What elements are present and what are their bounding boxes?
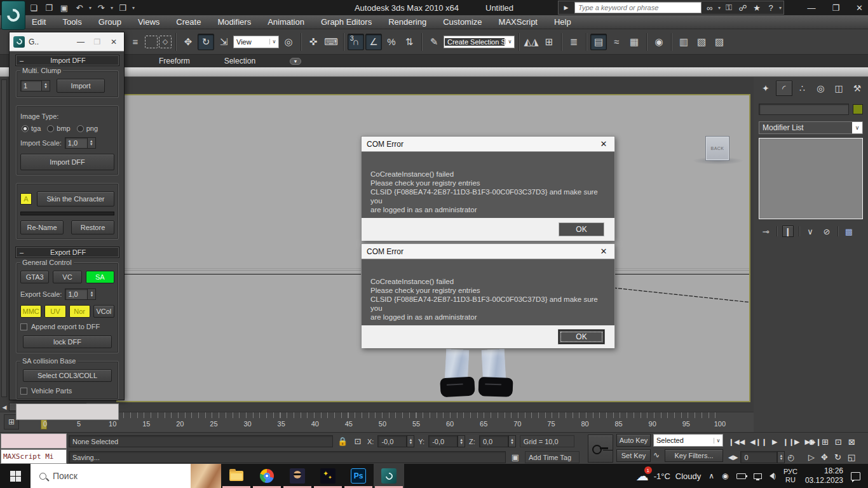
- save-file-icon[interactable]: ▣: [58, 3, 70, 13]
- weather-widget[interactable]: ☁1 -1°C Cloudy: [636, 468, 702, 484]
- radio-tga[interactable]: tga: [22, 125, 41, 132]
- select-and-rotate-icon[interactable]: ↻: [198, 34, 214, 50]
- mirror-icon[interactable]: ◭◮: [523, 34, 539, 50]
- menu-maxscript[interactable]: MAXScript: [499, 17, 538, 27]
- walkthrough-icon[interactable]: ▷: [808, 452, 815, 462]
- subscription-key-icon[interactable]: ⚿: [723, 3, 735, 13]
- help-icon[interactable]: ?: [765, 3, 776, 13]
- spinner-arrows-icon[interactable]: ▲▼: [88, 288, 96, 300]
- minimize-button[interactable]: —: [807, 3, 815, 13]
- key-mode-toggle-icon[interactable]: ◀▶: [728, 454, 738, 461]
- network-icon[interactable]: [754, 473, 762, 479]
- taskbar-chrome[interactable]: [252, 464, 282, 488]
- select-and-scale-icon[interactable]: ⇲: [215, 34, 232, 50]
- remove-modifier-icon[interactable]: ⊘: [821, 227, 832, 236]
- spinner-arrows-icon[interactable]: ▲▼: [508, 435, 516, 447]
- zoom-extents-all-icon[interactable]: ⊠: [848, 437, 855, 447]
- search-widget-image[interactable]: [191, 464, 221, 488]
- language-indicator[interactable]: РУС RU: [783, 468, 797, 484]
- absolute-offset-mode-icon[interactable]: ⊡: [352, 437, 363, 446]
- named-selection-set-dropdown[interactable]: Create Selection Se ∨: [444, 36, 515, 48]
- z-coordinate-field[interactable]: 0,0: [479, 435, 508, 447]
- auto-key-button[interactable]: Auto Key: [616, 434, 651, 447]
- ribbon-tab-selection[interactable]: Selection: [224, 57, 255, 65]
- layer-manager-icon[interactable]: ≣: [566, 34, 582, 50]
- taskbar-3dsmax[interactable]: [374, 464, 404, 488]
- menu-views[interactable]: Views: [138, 17, 159, 27]
- snaps-toggle-icon[interactable]: 3∩: [348, 34, 364, 50]
- open-file-icon[interactable]: ❐: [43, 3, 55, 13]
- radio-bmp[interactable]: bmp: [47, 125, 70, 132]
- spinner-snap-icon[interactable]: ⇅: [401, 34, 417, 50]
- key-filter-curve-icon[interactable]: ∿: [653, 451, 663, 459]
- tab-modify-icon[interactable]: ◜: [776, 81, 792, 96]
- menu-tools[interactable]: Tools: [62, 17, 81, 27]
- select-col3-button[interactable]: Select COL3/COLL: [23, 369, 112, 382]
- vc-button[interactable]: VC: [53, 271, 81, 283]
- export-dff-rollout-header[interactable]: – Export DFF: [16, 247, 119, 257]
- taskbar-photo-app[interactable]: [282, 464, 313, 488]
- restore-button[interactable]: Restore: [71, 220, 114, 234]
- script-close-button[interactable]: ✕: [107, 37, 120, 46]
- volume-icon[interactable]: ): [770, 473, 776, 480]
- object-color-swatch[interactable]: [853, 104, 863, 114]
- max-application-menu-button[interactable]: [1, 1, 25, 30]
- percent-snap-icon[interactable]: %: [383, 34, 400, 50]
- sa-button[interactable]: SA: [86, 271, 114, 283]
- maximize-viewport-icon[interactable]: ◱: [848, 452, 855, 462]
- redo-icon[interactable]: ↷: [95, 3, 107, 13]
- modifier-stack-list[interactable]: [759, 138, 863, 219]
- gta3-button[interactable]: GTA3: [20, 271, 49, 283]
- spinner-arrows-icon[interactable]: ▲▼: [88, 137, 96, 149]
- lock-dff-button[interactable]: lock DFF: [23, 336, 112, 348]
- configure-modifier-sets-icon[interactable]: ▩: [843, 227, 855, 236]
- tab-utilities-icon[interactable]: ⚒: [849, 81, 865, 96]
- show-end-result-icon[interactable]: ❙: [782, 226, 794, 237]
- menu-create[interactable]: Create: [176, 17, 201, 27]
- close-button[interactable]: ✕: [856, 3, 863, 13]
- zoom-extents-icon[interactable]: ⊡: [835, 437, 842, 447]
- start-button[interactable]: [0, 464, 31, 488]
- menu-group[interactable]: Group: [98, 17, 121, 27]
- menu-rendering[interactable]: Rendering: [388, 17, 426, 27]
- tab-display-icon[interactable]: ◫: [831, 81, 847, 96]
- current-frame-field[interactable]: 0: [740, 451, 777, 463]
- menu-help[interactable]: Help: [554, 17, 571, 27]
- align-icon[interactable]: ⊞: [541, 34, 557, 50]
- menu-graph-editors[interactable]: Graph Editors: [321, 17, 372, 27]
- communication-center-icon[interactable]: ☍: [737, 3, 749, 13]
- infocenter-collapse-icon[interactable]: ▶: [560, 4, 572, 11]
- curve-editor-icon[interactable]: ≈: [608, 34, 625, 50]
- taskbar-file-explorer[interactable]: [221, 464, 252, 488]
- com-error-dialog-2[interactable]: COM Error ✕ CoCreateInstance() failed Pl…: [361, 243, 615, 348]
- maximize-button[interactable]: ❐: [832, 3, 839, 13]
- undo-dropdown-icon[interactable]: ▾: [89, 5, 92, 11]
- zoom-all-icon[interactable]: ⊞: [822, 437, 829, 447]
- back-dummy-box[interactable]: BACK: [705, 136, 729, 161]
- pin-stack-icon[interactable]: ⊸: [760, 227, 771, 236]
- key-filters-button[interactable]: Key Filters...: [665, 449, 723, 462]
- taskbar-photoshop[interactable]: Ps: [343, 464, 374, 488]
- schematic-view-icon[interactable]: ▦: [626, 34, 642, 50]
- import-scale-spinner[interactable]: 1,0 ▲▼: [65, 137, 96, 149]
- tab-create-icon[interactable]: ✦: [757, 81, 774, 96]
- communicate-icon[interactable]: ▣: [510, 452, 521, 462]
- rename-button[interactable]: Re-Name: [20, 220, 64, 234]
- set-keys-button[interactable]: [588, 435, 613, 463]
- rectangular-selection-region-icon[interactable]: [145, 36, 158, 48]
- pan-hand-icon[interactable]: ✥: [821, 452, 828, 462]
- select-and-move-icon[interactable]: ✥: [180, 34, 196, 50]
- rendered-frame-window-icon[interactable]: ▧: [693, 34, 710, 50]
- spinner-arrows-icon[interactable]: ▲▼: [42, 80, 50, 92]
- search-dropdown-icon[interactable]: ▾: [718, 5, 721, 11]
- undo-icon[interactable]: ↶: [74, 3, 85, 13]
- battery-icon[interactable]: [736, 473, 746, 479]
- set-key-button[interactable]: Set Key: [616, 449, 651, 462]
- script-minimize-button[interactable]: —: [74, 37, 87, 46]
- render-production-icon[interactable]: ▨: [711, 34, 728, 50]
- maxscript-mini-listener-pink[interactable]: [1, 433, 67, 449]
- go-to-start-icon[interactable]: ❙◀◀: [728, 438, 745, 446]
- y-coordinate-field[interactable]: -0,0: [428, 435, 458, 447]
- tray-chevron-icon[interactable]: ∧: [709, 471, 714, 480]
- com-error-dialog-1[interactable]: COM Error ✕ CoCreateInstance() failed Pl…: [361, 136, 615, 241]
